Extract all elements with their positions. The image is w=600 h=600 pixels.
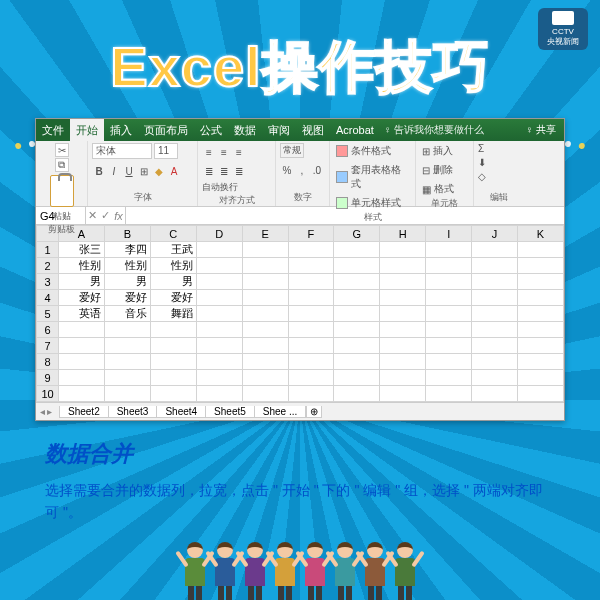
- cell[interactable]: [380, 274, 426, 290]
- cell[interactable]: 男: [59, 274, 105, 290]
- tab-acrobat[interactable]: Acrobat: [330, 119, 380, 141]
- cell[interactable]: [380, 242, 426, 258]
- cell[interactable]: [196, 354, 242, 370]
- cell[interactable]: [518, 370, 564, 386]
- cut-icon[interactable]: ✂: [55, 143, 69, 157]
- cell[interactable]: [150, 354, 196, 370]
- cell[interactable]: [426, 386, 472, 402]
- row-header-8[interactable]: 8: [37, 354, 59, 370]
- cell[interactable]: [426, 274, 472, 290]
- col-header-D[interactable]: D: [196, 226, 242, 242]
- cell[interactable]: [196, 386, 242, 402]
- fx-label[interactable]: ✕✓fx: [86, 207, 126, 224]
- row-header-9[interactable]: 9: [37, 370, 59, 386]
- cell[interactable]: [518, 242, 564, 258]
- cell[interactable]: [242, 386, 288, 402]
- row-header-7[interactable]: 7: [37, 338, 59, 354]
- wrap-text[interactable]: 自动换行: [202, 181, 238, 194]
- fill-color-button[interactable]: ◆: [152, 164, 166, 178]
- cell[interactable]: [518, 338, 564, 354]
- tell-me-search[interactable]: ♀ 告诉我你想要做什么: [384, 123, 484, 137]
- cell[interactable]: [288, 370, 334, 386]
- cell[interactable]: [334, 354, 380, 370]
- cell[interactable]: [426, 322, 472, 338]
- cell[interactable]: [59, 322, 105, 338]
- cell[interactable]: [104, 386, 150, 402]
- cell[interactable]: 男: [104, 274, 150, 290]
- col-header-J[interactable]: J: [472, 226, 518, 242]
- cell[interactable]: [426, 306, 472, 322]
- cell[interactable]: [288, 354, 334, 370]
- underline-button[interactable]: U: [122, 164, 136, 178]
- cell[interactable]: [242, 370, 288, 386]
- tab-file[interactable]: 文件: [36, 119, 70, 141]
- cell[interactable]: [242, 274, 288, 290]
- cell[interactable]: [380, 306, 426, 322]
- cell[interactable]: [196, 258, 242, 274]
- cell[interactable]: [150, 386, 196, 402]
- cell[interactable]: [196, 338, 242, 354]
- cell[interactable]: [426, 258, 472, 274]
- cell[interactable]: [334, 370, 380, 386]
- cell[interactable]: [472, 322, 518, 338]
- cell[interactable]: 英语: [59, 306, 105, 322]
- cell[interactable]: [59, 338, 105, 354]
- cell[interactable]: [242, 290, 288, 306]
- sheet-tab[interactable]: Sheet4: [156, 406, 206, 418]
- copy-icon[interactable]: ⧉: [55, 158, 69, 172]
- cell[interactable]: [196, 370, 242, 386]
- font-name-select[interactable]: 宋体: [92, 143, 152, 159]
- cell[interactable]: [150, 370, 196, 386]
- cell[interactable]: 性别: [150, 258, 196, 274]
- col-header-K[interactable]: K: [518, 226, 564, 242]
- cell[interactable]: [242, 322, 288, 338]
- col-header-F[interactable]: F: [288, 226, 334, 242]
- cell[interactable]: [472, 354, 518, 370]
- col-header-E[interactable]: E: [242, 226, 288, 242]
- cell[interactable]: [288, 322, 334, 338]
- cell[interactable]: [150, 322, 196, 338]
- cell[interactable]: [288, 242, 334, 258]
- cell[interactable]: [472, 370, 518, 386]
- tab-view[interactable]: 视图: [296, 119, 330, 141]
- cell[interactable]: [426, 242, 472, 258]
- cell[interactable]: [59, 354, 105, 370]
- cell[interactable]: [334, 322, 380, 338]
- cell[interactable]: [59, 386, 105, 402]
- col-header-C[interactable]: C: [150, 226, 196, 242]
- tab-review[interactable]: 审阅: [262, 119, 296, 141]
- cell[interactable]: [150, 338, 196, 354]
- number-format-select[interactable]: 常规: [280, 143, 304, 158]
- cell[interactable]: [518, 306, 564, 322]
- cell[interactable]: [380, 370, 426, 386]
- col-header-I[interactable]: I: [426, 226, 472, 242]
- cell[interactable]: [518, 258, 564, 274]
- delete-cells[interactable]: ⊟ 删除: [420, 162, 455, 178]
- col-header-H[interactable]: H: [380, 226, 426, 242]
- cell[interactable]: [380, 354, 426, 370]
- cell[interactable]: [196, 322, 242, 338]
- cell[interactable]: [380, 386, 426, 402]
- add-sheet-button[interactable]: ⊕: [306, 406, 322, 418]
- cell[interactable]: [196, 242, 242, 258]
- autosum[interactable]: Σ: [478, 143, 484, 154]
- cell[interactable]: 爱好: [104, 290, 150, 306]
- cell[interactable]: [518, 322, 564, 338]
- cell[interactable]: [288, 386, 334, 402]
- cell[interactable]: [426, 290, 472, 306]
- cell[interactable]: 爱好: [150, 290, 196, 306]
- cell[interactable]: 李四: [104, 242, 150, 258]
- cell[interactable]: [334, 338, 380, 354]
- cell[interactable]: [334, 274, 380, 290]
- conditional-format[interactable]: 条件格式: [334, 143, 393, 159]
- cell[interactable]: [59, 370, 105, 386]
- row-header-4[interactable]: 4: [37, 290, 59, 306]
- cell[interactable]: [242, 258, 288, 274]
- italic-button[interactable]: I: [107, 164, 121, 178]
- cell[interactable]: 性别: [59, 258, 105, 274]
- cell[interactable]: [472, 306, 518, 322]
- sheet-tab[interactable]: Shee ...: [254, 406, 306, 418]
- row-header-5[interactable]: 5: [37, 306, 59, 322]
- cell[interactable]: [242, 338, 288, 354]
- cell[interactable]: [288, 338, 334, 354]
